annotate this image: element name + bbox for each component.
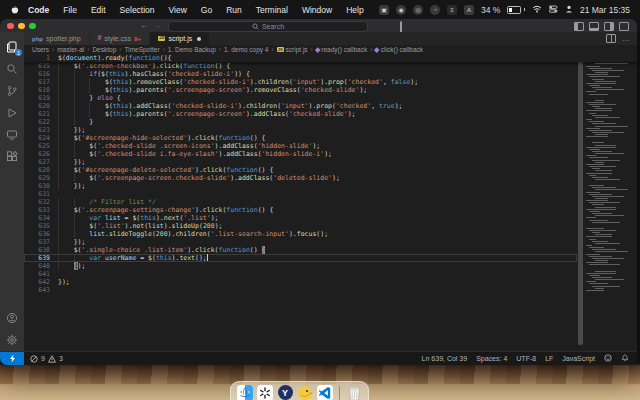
explorer-icon[interactable]: 1 <box>0 36 24 58</box>
menu-view[interactable]: View <box>162 5 194 15</box>
line-number[interactable]: 634 <box>24 214 58 222</box>
menu-window[interactable]: Window <box>295 5 339 15</box>
code-line[interactable]: 629 $('.screenpage-screen.checked-slide'… <box>24 174 577 182</box>
code-line[interactable]: 622 } <box>24 118 577 126</box>
command-center-search[interactable]: Search <box>168 21 368 32</box>
line-number[interactable]: 623 <box>24 126 58 134</box>
title-bar[interactable]: ← → Search <box>0 19 637 32</box>
settings-gear-icon[interactable] <box>0 329 24 351</box>
editor-scrollbar[interactable] <box>578 58 583 345</box>
breadcrumb-item[interactable]: Users <box>32 46 49 53</box>
code-line[interactable]: 628 $('#screenpage-delete-selected').cli… <box>24 166 577 174</box>
code-line[interactable]: 623 }); <box>24 126 577 134</box>
dock-trash-icon[interactable] <box>346 385 362 400</box>
line-number[interactable]: 619 <box>24 94 58 102</box>
toggle-panel-icon[interactable] <box>589 22 599 31</box>
code-line[interactable]: 642}); <box>24 278 577 286</box>
breadcrumb-item[interactable]: 1. Demo Backup <box>168 46 216 53</box>
line-number[interactable]: 633 <box>24 206 58 214</box>
cursor-position[interactable]: Ln 639, Col 39 <box>422 355 468 362</box>
code-line[interactable]: 633 $('.screenpage-settings-change').cli… <box>24 206 577 214</box>
breadcrumb-item[interactable]: JSscript.js <box>277 46 308 53</box>
breadcrumb-item[interactable]: click() callback <box>375 46 423 53</box>
line-number[interactable]: 639 <box>24 254 58 262</box>
minimap[interactable] <box>584 54 632 351</box>
dock-finder-icon[interactable] <box>237 385 253 400</box>
more-actions-icon[interactable]: … <box>622 34 630 43</box>
line-number[interactable]: 630 <box>24 182 58 190</box>
code-line[interactable]: 618 $(this).parents('.screenpage-screen'… <box>24 86 577 94</box>
line-number[interactable]: 629 <box>24 174 58 182</box>
line-number[interactable]: 616 <box>24 70 58 78</box>
breadcrumb-item[interactable]: Desktop <box>92 46 116 53</box>
line-number[interactable]: 626 <box>24 150 58 158</box>
toggle-secondary-sidebar-icon[interactable] <box>604 22 614 31</box>
eol-setting[interactable]: LF <box>545 355 553 362</box>
line-number[interactable]: 641 <box>24 270 58 278</box>
code-line[interactable]: 617 $(this).removeClass('checked-slide-i… <box>24 78 577 86</box>
problems-button[interactable]: 9 3 <box>30 355 63 363</box>
code-line[interactable]: 637 }); <box>24 238 577 246</box>
apple-menu-icon[interactable] <box>10 5 19 15</box>
wifi-icon[interactable] <box>532 5 542 15</box>
dock-vscode-icon[interactable] <box>317 385 333 400</box>
tab-script.js[interactable]: JSscript.js <box>150 32 210 45</box>
run-debug-icon[interactable] <box>0 102 24 124</box>
menu-extra-icon-5[interactable]: ≡ <box>447 5 457 15</box>
menu-go[interactable]: Go <box>194 5 219 15</box>
close-window-button[interactable] <box>7 23 14 30</box>
code-line[interactable]: 641 <box>24 270 577 278</box>
line-number[interactable]: 627 <box>24 158 58 166</box>
split-editor-icon[interactable] <box>606 34 616 43</box>
line-number[interactable]: 620 <box>24 102 58 110</box>
code-line[interactable]: 620 $(this).addClass('checked-slide-i').… <box>24 102 577 110</box>
menu-edit[interactable]: Edit <box>84 5 113 15</box>
breadcrumb-item[interactable]: master-al <box>57 46 84 53</box>
code-line[interactable]: 632 /* Filter list */ <box>24 198 577 206</box>
line-number[interactable]: 625 <box>24 142 58 150</box>
line-number[interactable]: 643 <box>24 286 58 294</box>
line-number[interactable]: 624 <box>24 134 58 142</box>
zoom-window-button[interactable] <box>29 23 36 30</box>
menu-extra-icon-6[interactable]: A <box>464 5 474 15</box>
language-mode[interactable]: JavaScript <box>562 355 595 362</box>
notifications-bell-icon[interactable] <box>621 354 629 363</box>
menu-terminal[interactable]: Terminal <box>249 5 295 15</box>
code-line[interactable]: 626 $('.checked-slide i.fa-eye-slash').a… <box>24 150 577 158</box>
code-line[interactable]: 643 <box>24 286 577 294</box>
code-line[interactable]: 640 }); <box>24 262 577 270</box>
breadcrumb-item[interactable]: ready() callback <box>316 46 367 53</box>
line-number[interactable]: 628 <box>24 166 58 174</box>
tab-spotter.php[interactable]: phpspotter.php <box>24 32 90 45</box>
dock-chatgpt-icon[interactable] <box>257 385 273 400</box>
line-number[interactable]: 631 <box>24 190 58 198</box>
sticky-scroll-line[interactable]: 1 $(document).ready(function(){ <box>24 54 637 62</box>
battery-icon[interactable] <box>507 6 525 14</box>
feedback-smiley-icon[interactable] <box>604 354 612 363</box>
source-control-icon[interactable] <box>0 80 24 102</box>
control-center-icon[interactable] <box>549 5 558 15</box>
line-number[interactable]: 632 <box>24 198 58 206</box>
menu-file[interactable]: File <box>56 5 84 15</box>
line-number[interactable]: 640 <box>24 262 58 270</box>
code-line[interactable]: 627 }); <box>24 158 577 166</box>
dock-cyberduck-icon[interactable] <box>297 385 313 400</box>
line-number[interactable]: 637 <box>24 238 58 246</box>
menu-run[interactable]: Run <box>219 5 249 15</box>
remote-indicator-button[interactable] <box>0 352 24 365</box>
menu-extra-icon-3[interactable]: ◎ <box>413 5 423 15</box>
search-sidebar-icon[interactable] <box>0 58 24 80</box>
code-line[interactable]: 619 } else { <box>24 94 577 102</box>
menu-extra-icon-4[interactable]: ◔ <box>430 5 440 15</box>
breadcrumb-item[interactable]: 1. demo copy 4 <box>224 46 268 53</box>
code-line[interactable]: 630 }); <box>24 182 577 190</box>
code-line[interactable]: 631 <box>24 190 577 198</box>
breadcrumb-item[interactable]: TimeSpotter <box>124 46 159 53</box>
code-line[interactable]: 638 $('.single-choice .list-item').click… <box>24 246 577 254</box>
code-line[interactable]: 625 $('.checked-slide .screen-icons').ad… <box>24 142 577 150</box>
code-line[interactable]: 621 $(this).parents('.screenpage-screen'… <box>24 110 577 118</box>
menu-code[interactable]: Code <box>21 5 56 15</box>
line-number[interactable]: 617 <box>24 78 58 86</box>
menu-selection[interactable]: Selection <box>113 5 162 15</box>
code-line[interactable]: 616 if($(this).hasClass('checked-slide-i… <box>24 70 577 78</box>
